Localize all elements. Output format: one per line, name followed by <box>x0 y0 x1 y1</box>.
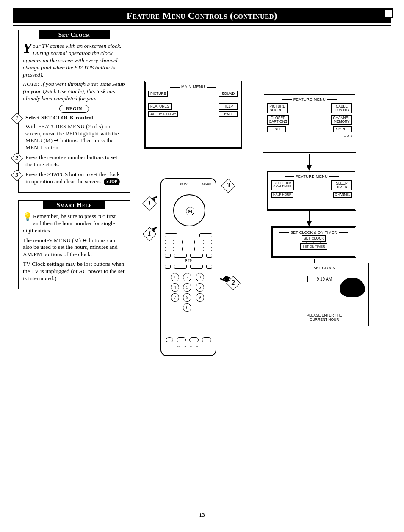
help-p3: TV Clock settings may be lost buttons wh… <box>23 261 125 282</box>
mode-cbl <box>189 337 199 342</box>
btn-cable-tune: CABLE TUNING <box>331 103 352 113</box>
step-2: 2 Press the remote's number buttons to s… <box>23 154 125 168</box>
key-4: 4 <box>171 283 179 292</box>
rb16 <box>206 265 212 269</box>
setclock-title: SET CLOCK & ON TIMER <box>275 230 352 234</box>
key-3: 3 <box>196 273 204 281</box>
arrow-2-head <box>306 221 312 226</box>
set-clock-heading: Set Clock <box>39 30 110 39</box>
screen-setclock-ontimer: SET CLOCK & ON TIMER SET CLOCK · · · · ·… <box>271 226 356 258</box>
rb2 <box>199 233 212 237</box>
btn-exit: EXIT <box>219 111 238 117</box>
step-2-icon: 2 <box>13 154 21 163</box>
remote-control: PLAY STATUS M PIP 123 456 789 0 <box>160 178 216 356</box>
rb3 <box>165 240 174 244</box>
rb12 <box>206 254 212 258</box>
step-3: 3 Press the STATUS button to set the clo… <box>23 171 125 185</box>
remote-menu-btn: M <box>186 207 194 215</box>
feature2-title: FEATURE MENU <box>271 174 352 179</box>
btn-picture: PICTURE <box>148 91 168 97</box>
rb14 <box>174 265 187 269</box>
mode-label: M O D E <box>161 345 216 348</box>
callout-2: 2 <box>228 278 238 288</box>
set-clock-note: NOTE: If you went through First Time Set… <box>23 81 125 102</box>
dropcap: Y <box>23 43 33 54</box>
main-menu-title: MAIN MENU <box>148 85 238 89</box>
rb15 <box>190 265 203 269</box>
rb11 <box>190 254 203 258</box>
callout-1a: 1 <box>144 198 155 209</box>
key-6: 6 <box>196 283 204 292</box>
power-btn <box>166 337 173 342</box>
screen-feature-2: FEATURE MENU SET CLOCK & ON TIMER SLEEP … <box>267 171 356 211</box>
page-title-bar: Feature Menu Controls (continued) <box>13 8 391 23</box>
entry-msg: PLEASE ENTER THE CURRENT HOUR <box>280 314 368 322</box>
set-clock-intro: Y our TV comes with an on-screen clock. … <box>23 43 125 78</box>
page-title: Feature Menu Controls (continued) <box>127 10 277 21</box>
step-1-icon: 1 <box>13 114 21 123</box>
mode-tv <box>202 337 211 342</box>
entry-title: SET CLOCK <box>280 266 368 270</box>
step-1: 1 Select SET CLOCK control. With FEATURE… <box>23 114 125 152</box>
page-number: 13 <box>13 512 391 518</box>
remote-dpad: M <box>173 194 205 226</box>
key-1: 1 <box>171 273 179 281</box>
screen-set-clock-entry: SET CLOCK 9 19 AM PLEASE ENTER THE CURRE… <box>280 263 369 326</box>
btn-cc: CLOSED CAPTIONS <box>267 115 289 125</box>
rb1 <box>165 233 177 237</box>
key-5: 5 <box>183 283 191 292</box>
manual-page: Feature Menu Controls (continued) Set Cl… <box>13 8 391 519</box>
bulb-icon: 💡 <box>23 212 31 222</box>
btn-more: MORE... <box>333 126 352 132</box>
help-p2: The remote's MENU (M) ⬌ buttons can also… <box>23 237 125 259</box>
btn-features: FEATURES <box>148 103 172 110</box>
btn-setontimer: SET ON TIMER <box>300 243 327 250</box>
lbl-play: PLAY <box>180 182 188 186</box>
mode-vcr <box>177 337 186 342</box>
key-0: 0 <box>183 303 191 312</box>
btn-sound: SOUND <box>219 91 238 97</box>
callout-3: 3 <box>223 181 233 191</box>
rb6 <box>165 247 174 251</box>
smart-help-box: Smart Help 💡 Remember, be sure to press … <box>18 200 130 289</box>
pip-label: PIP <box>161 259 216 263</box>
help-p1: 💡 Remember, be sure to press "0" first a… <box>23 213 125 234</box>
btn-halfhour: HALF HOUR <box>271 192 293 198</box>
step-1b: With FEATURES MENU (2 of 5) on screen, m… <box>25 123 125 152</box>
begin-pill: BEGIN <box>59 105 89 113</box>
illustration-area: MAIN MENU PICTURE SOUND · · · · · FEATUR… <box>140 30 386 491</box>
key-9: 9 <box>196 293 204 302</box>
rb5 <box>203 240 212 244</box>
btn-pic-src: PICTURE SOURCE <box>267 103 288 113</box>
lbl-status: STATUS <box>202 182 211 185</box>
smart-help-heading: Smart Help <box>43 201 105 209</box>
btn-ch-mem: CHANNEL MEMORY <box>331 115 352 125</box>
content-frame: Set Clock Y our TV comes with an on-scre… <box>13 25 391 495</box>
dotty: · · · · · <box>148 98 238 102</box>
step-1a: Select SET CLOCK control. <box>25 114 94 121</box>
feature1-foot: 1 of 5 <box>267 134 352 138</box>
entry-graphic <box>340 278 365 297</box>
set-clock-body: Y our TV comes with an on-screen clock. … <box>19 39 130 192</box>
rb9 <box>165 254 171 258</box>
rb13 <box>165 265 171 269</box>
arrow-1-head <box>306 165 312 171</box>
step-3-icon: 3 <box>13 171 21 179</box>
step-2-text: Press the remote's number buttons to set… <box>25 154 117 168</box>
rb10 <box>174 254 187 258</box>
screen-feature-1: FEATURE MENU PICTURE SOURCE CABLE TUNING… <box>263 94 356 153</box>
feature1-title: FEATURE MENU <box>267 97 352 102</box>
remote-numpad: 123 456 789 0 <box>171 273 206 312</box>
intro-text: our TV comes with an on-screen clock. Du… <box>23 43 121 78</box>
rb4 <box>182 240 195 244</box>
help-p1-text: Remember, be sure to press "0" first and… <box>23 213 116 234</box>
left-column: Set Clock Y our TV comes with an on-scre… <box>18 30 130 297</box>
screen-main-menu: MAIN MENU PICTURE SOUND · · · · · FEATUR… <box>144 81 242 149</box>
title-marker-box <box>384 8 393 18</box>
arrow-2-stem <box>309 211 310 221</box>
smart-help-body: 💡 Remember, be sure to press "0" first a… <box>19 209 130 289</box>
entry-time: 9 19 AM <box>307 276 341 282</box>
key-7: 7 <box>171 293 179 302</box>
stop-pill: STOP <box>104 178 120 185</box>
btn-help: HELP <box>219 103 238 110</box>
